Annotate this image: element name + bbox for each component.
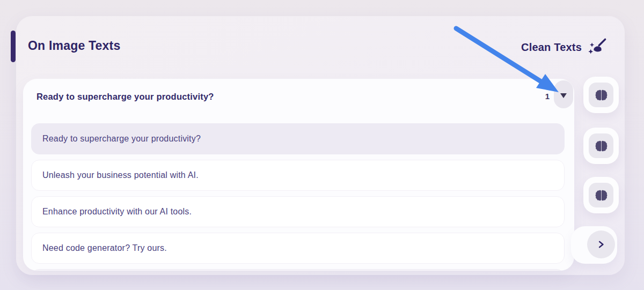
dropdown-panel: Ready to supercharge your productivity? … — [23, 79, 574, 271]
brain-icon — [589, 133, 613, 158]
list-item[interactable]: Need code generator? Try ours. — [31, 233, 565, 264]
list-item-partial — [31, 269, 565, 271]
title-accent-bar — [11, 31, 16, 62]
ai-generate-button[interactable] — [583, 128, 619, 164]
brain-icon — [589, 83, 613, 107]
ai-generate-button[interactable] — [583, 77, 619, 113]
page-title: On Image Texts — [28, 39, 120, 53]
dropdown-options-list: Ready to supercharge your productivity? … — [31, 123, 565, 271]
clean-texts-label: Clean Texts — [521, 41, 582, 54]
ai-generate-button[interactable] — [583, 177, 619, 213]
brain-icon — [589, 183, 613, 207]
broom-sparkles-icon — [587, 38, 608, 57]
list-item[interactable]: Unleash your business potential with AI. — [31, 160, 565, 191]
clean-texts-button[interactable]: Clean Texts — [521, 38, 608, 57]
list-item[interactable]: Ready to supercharge your productivity? — [31, 123, 565, 154]
dropdown-toggle-button[interactable] — [554, 80, 573, 108]
dropdown-count: 1 — [545, 92, 550, 101]
dropdown-selected-text: Ready to supercharge your productivity? — [36, 92, 214, 102]
next-button[interactable] — [571, 226, 617, 264]
triangle-down-icon — [560, 93, 567, 98]
list-item[interactable]: Enhance productivity with our AI tools. — [31, 196, 565, 227]
chevron-right-icon — [587, 230, 615, 258]
